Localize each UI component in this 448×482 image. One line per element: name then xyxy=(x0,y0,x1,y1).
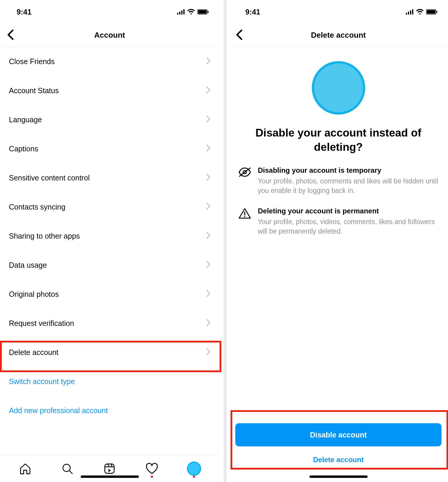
row-label: Contacts syncing xyxy=(9,203,65,211)
chevron-right-icon xyxy=(206,348,210,356)
svg-rect-0 xyxy=(177,13,178,15)
link-label: Add new professional account xyxy=(9,406,108,415)
row-label: Data usage xyxy=(9,261,47,269)
chevron-right-icon xyxy=(206,232,210,240)
info-block-permanent: Deleting your account is permanent Your … xyxy=(238,207,439,236)
nav-bar: Delete account xyxy=(229,24,448,47)
settings-list: Close Friends Account Status Language Ca… xyxy=(0,47,219,455)
search-icon xyxy=(61,462,74,475)
eye-off-icon xyxy=(238,166,251,195)
tab-bar xyxy=(0,455,219,482)
row-sharing[interactable]: Sharing to other apps xyxy=(0,221,219,250)
svg-rect-6 xyxy=(208,11,209,13)
svg-point-7 xyxy=(63,464,70,472)
block-title: Deleting your account is permanent xyxy=(258,207,439,215)
link-label: Switch account type xyxy=(9,377,75,386)
svg-rect-14 xyxy=(408,12,409,15)
row-label: Language xyxy=(9,115,42,124)
battery-icon xyxy=(197,9,209,15)
svg-rect-16 xyxy=(412,9,413,15)
svg-rect-15 xyxy=(410,10,411,15)
svg-point-23 xyxy=(244,216,245,217)
profile-circle-icon xyxy=(312,61,365,115)
svg-rect-3 xyxy=(183,9,185,15)
row-label: Request verification xyxy=(9,319,74,328)
row-account-status[interactable]: Account Status xyxy=(0,76,219,105)
nav-bar: Account xyxy=(0,24,219,47)
row-verification[interactable]: Request verification xyxy=(0,309,219,338)
wifi-icon xyxy=(416,9,424,15)
svg-line-11 xyxy=(108,464,109,467)
tab-search[interactable] xyxy=(57,458,78,479)
chevron-left-icon xyxy=(7,29,14,40)
status-time: 9:41 xyxy=(245,8,260,16)
row-close-friends[interactable]: Close Friends xyxy=(0,47,219,76)
block-title: Disabling your account is temporary xyxy=(258,166,439,175)
chevron-right-icon xyxy=(206,203,210,211)
heart-icon xyxy=(145,462,158,475)
link-switch-account-type[interactable]: Switch account type xyxy=(0,367,219,396)
row-language[interactable]: Language xyxy=(0,105,219,134)
svg-line-8 xyxy=(69,471,72,474)
home-indicator xyxy=(309,475,368,478)
svg-rect-2 xyxy=(181,10,182,15)
back-button[interactable] xyxy=(232,26,246,44)
wifi-icon xyxy=(187,9,195,15)
chevron-right-icon xyxy=(206,57,210,66)
battery-icon xyxy=(426,9,437,15)
row-delete-account[interactable]: Delete account xyxy=(0,338,219,367)
row-label: Sensitive content control xyxy=(9,174,90,182)
row-original-photos[interactable]: Original photos xyxy=(0,280,219,309)
svg-line-12 xyxy=(111,464,112,467)
row-data-usage[interactable]: Data usage xyxy=(0,250,219,280)
chevron-left-icon xyxy=(236,29,242,40)
delete-account-content: Disable your account instead of deleting… xyxy=(229,47,448,417)
info-block-temporary: Disabling your account is temporary Your… xyxy=(238,166,439,195)
svg-rect-1 xyxy=(179,12,180,15)
home-indicator xyxy=(81,475,139,478)
back-button[interactable] xyxy=(4,26,17,44)
chevron-right-icon xyxy=(206,319,210,327)
chevron-right-icon xyxy=(206,290,210,298)
status-bar: 9:41 xyxy=(0,0,219,24)
notification-dot xyxy=(151,475,153,478)
row-sensitive-content[interactable]: Sensitive content control xyxy=(0,163,219,192)
link-add-professional[interactable]: Add new professional account xyxy=(0,396,219,425)
block-body: Your profile, photos, comments and likes… xyxy=(258,176,439,195)
action-buttons: Disable account Delete account xyxy=(229,417,448,482)
disable-account-button[interactable]: Disable account xyxy=(235,423,441,446)
chevron-right-icon xyxy=(206,115,210,124)
notification-dot xyxy=(193,475,195,478)
cellular-icon xyxy=(406,9,414,15)
phone-account-screen: 9:41 Account Close Friends Account Statu… xyxy=(0,0,219,482)
tab-activity[interactable] xyxy=(142,458,162,479)
tab-profile[interactable] xyxy=(184,458,204,479)
status-indicators xyxy=(177,9,209,15)
svg-rect-9 xyxy=(105,464,115,473)
home-icon xyxy=(19,462,31,475)
status-time: 9:41 xyxy=(17,8,31,16)
chevron-right-icon xyxy=(206,145,210,153)
row-contacts-syncing[interactable]: Contacts syncing xyxy=(0,192,219,221)
row-label: Delete account xyxy=(9,348,58,357)
reels-icon xyxy=(103,462,116,475)
row-label: Close Friends xyxy=(9,57,55,66)
phone-delete-account-screen: 9:41 Delete account Disable your account… xyxy=(229,0,448,482)
row-captions[interactable]: Captions xyxy=(0,134,219,163)
cellular-icon xyxy=(177,9,185,15)
row-label: Account Status xyxy=(9,86,59,95)
delete-account-button[interactable]: Delete account xyxy=(235,449,441,470)
page-title: Account xyxy=(94,31,125,40)
svg-rect-5 xyxy=(198,10,207,14)
disable-heading: Disable your account instead of deleting… xyxy=(241,126,436,154)
status-bar: 9:41 xyxy=(229,0,448,24)
tab-home[interactable] xyxy=(15,458,36,479)
row-label: Sharing to other apps xyxy=(9,232,80,240)
status-indicators xyxy=(406,9,437,15)
svg-rect-18 xyxy=(427,10,436,14)
row-label: Captions xyxy=(9,145,38,153)
block-body: Your profile, photos, videos, comments, … xyxy=(258,217,439,236)
chevron-right-icon xyxy=(206,86,210,95)
svg-rect-13 xyxy=(406,13,407,15)
chevron-right-icon xyxy=(206,261,210,269)
